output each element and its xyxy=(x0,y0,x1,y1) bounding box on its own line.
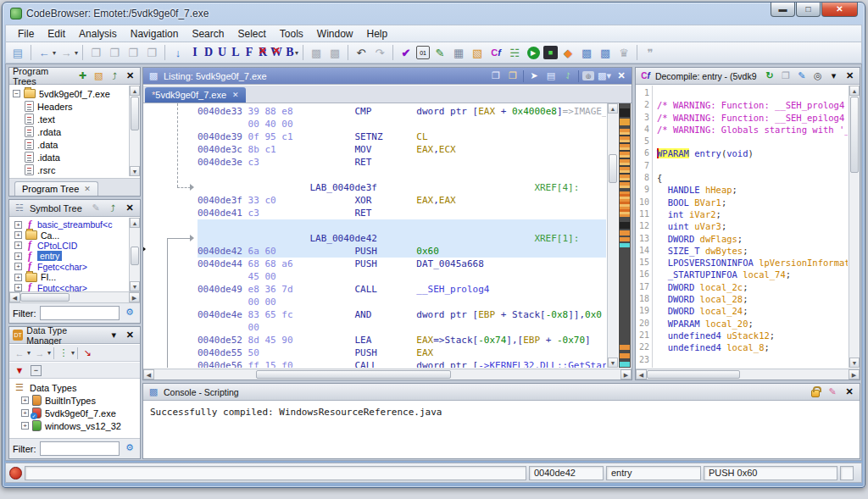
menu-help[interactable]: Help xyxy=(360,26,395,42)
listing-line[interactable]: 0040de41 c3 RET xyxy=(198,207,606,219)
copy-icon[interactable]: ❐ xyxy=(779,69,792,83)
decompile-line[interactable]: BOOL BVar1; xyxy=(657,197,848,208)
toolbar-letter-i-icon[interactable]: I xyxy=(188,46,202,59)
close-panel-icon[interactable]: ✕ xyxy=(615,69,628,83)
toolbar-letter-b-icon[interactable]: B xyxy=(283,46,297,59)
listing-line[interactable]: 0040de3f 33 c0 XOR EAX,EAX xyxy=(198,194,606,207)
diff-view-icon[interactable]: ⥌ xyxy=(561,69,575,83)
scroll-up-icon[interactable]: ▲ xyxy=(608,103,618,114)
tree-item[interactable]: .idata xyxy=(13,151,140,164)
toolbar-letter-l-icon[interactable]: L xyxy=(229,46,242,59)
expand-icon[interactable]: + xyxy=(14,241,22,249)
nav-forward-caret-icon[interactable]: ▾ xyxy=(75,49,78,57)
listing-line[interactable]: 0040de39 0f 95 c1 SETNZ CL xyxy=(198,130,606,143)
data-type-manager-header[interactable]: DT Data Type Manager ▾ ✕ xyxy=(9,327,140,344)
expand-icon[interactable]: + xyxy=(14,274,22,281)
listing-line[interactable]: 00 00 xyxy=(198,296,606,308)
splitter-handle[interactable] xyxy=(143,246,146,252)
close-panel-icon[interactable]: ✕ xyxy=(843,69,856,83)
nav-back-icon[interactable]: ← xyxy=(36,44,53,61)
scroll-up-icon[interactable]: ▲ xyxy=(130,86,140,96)
symbol-tree-hscrollbar[interactable]: ◀ ▶ xyxy=(9,291,140,302)
decompile-line[interactable]: SIZE_T dwBytes; xyxy=(657,245,848,257)
scroll-left-icon[interactable]: ◀ xyxy=(636,369,647,380)
listing-line[interactable]: 0040de49 e8 36 7d CALL __SEH_prolog4 xyxy=(198,283,606,296)
scroll-right-icon[interactable]: ▶ xyxy=(849,369,860,380)
decompile-line[interactable]: WPARAM local_20; xyxy=(657,318,848,330)
conflict-mode-icon[interactable]: ⋮ xyxy=(57,347,70,360)
clear-console-icon[interactable]: ✎ xyxy=(826,385,839,399)
export-panel-icon[interactable]: ⤴ xyxy=(108,69,121,83)
menu-window[interactable]: Window xyxy=(310,26,360,42)
cursor-location-icon[interactable]: ➤ xyxy=(527,69,541,83)
collapse-icon[interactable]: − xyxy=(13,90,20,97)
title-bar[interactable]: CodeBrowser: Emotet:/5vdk9ge0f_7.exe xyxy=(3,3,865,25)
tree-item[interactable]: .rsrc xyxy=(13,164,140,176)
close-button[interactable]: ✕ xyxy=(821,3,858,17)
copy-icon[interactable]: ❐ xyxy=(489,69,503,83)
symbol-tree-item[interactable]: +fbasic_streambuf<c xyxy=(14,219,140,230)
memory-map-icon[interactable]: ▦ xyxy=(450,44,467,61)
listing-line[interactable]: LAB_0040de42 XREF[1]: xyxy=(198,232,606,245)
scroll-down-icon[interactable]: ▼ xyxy=(130,281,140,291)
snapshot-camera-icon[interactable]: ◎ xyxy=(582,71,594,80)
expand-icon[interactable]: + xyxy=(14,231,22,239)
decompile-line[interactable] xyxy=(657,354,848,366)
decompile-line[interactable]: undefined4 local_8; xyxy=(657,341,848,353)
toolbar-letter-r-icon[interactable]: R✕ xyxy=(256,46,270,59)
decompile-line[interactable]: ___security_init_cookie(); xyxy=(657,366,848,368)
decompile-line[interactable]: int iVar2; xyxy=(657,208,848,220)
decompile-hscrollbar[interactable]: ◀ ▶ xyxy=(636,369,860,380)
decompile-scrollbar[interactable]: ▲ ▼ xyxy=(849,86,860,368)
symbol-filter-input[interactable] xyxy=(40,306,120,320)
menu-tools[interactable]: Tools xyxy=(273,26,310,42)
resize-grip[interactable] xyxy=(840,466,854,480)
filter-config-icon[interactable]: ⚙ xyxy=(123,442,136,456)
listing-line[interactable]: 0040de3e c3 RET xyxy=(198,156,606,169)
snapshot-camera-icon[interactable]: ◎ xyxy=(811,69,824,83)
menu-search[interactable]: Search xyxy=(185,26,231,42)
decompile-line[interactable]: /* WARNING: Globals starting with '_' ov… xyxy=(657,124,848,136)
dtm-root[interactable]: ☰Data Types xyxy=(13,381,140,394)
tree-item[interactable]: .data xyxy=(13,138,140,151)
listing-line[interactable]: 0040de44 68 68 a6 PUSH DAT_0045a668 xyxy=(198,258,606,270)
paste-icon[interactable]: ❐ xyxy=(143,44,160,61)
decompile-line[interactable]: LPOSVERSIONINFOA lpVersionInformation; xyxy=(657,257,848,269)
decompile-line[interactable]: uint uVar3; xyxy=(657,220,848,232)
nav-back-caret-icon[interactable]: ▾ xyxy=(53,49,56,57)
decompile-line[interactable] xyxy=(657,160,848,172)
scroll-down-icon[interactable]: ▼ xyxy=(608,358,618,368)
decompile-line[interactable]: /* WARNING: Function: __SEH_prolog4 repl… xyxy=(657,99,848,111)
listing-line[interactable]: 0040de33 39 88 e8 CMP dword ptr [EAX + 0… xyxy=(198,105,606,118)
listing-tab[interactable]: *5vdk9ge0f_7.exe ✕ xyxy=(145,87,246,103)
table-go-icon[interactable]: ▩ xyxy=(597,44,614,61)
expand-icon[interactable]: + xyxy=(21,422,29,430)
expand-icon[interactable]: + xyxy=(14,221,22,229)
symbol-tree-header[interactable]: ☵ Symbol Tree ✎ ⤴ ✕ xyxy=(9,200,140,217)
menu-select[interactable]: Select xyxy=(231,26,272,42)
save-icon[interactable]: ▤ xyxy=(9,44,26,61)
script-manager-icon[interactable]: ✎ xyxy=(431,44,448,61)
console-header[interactable]: ▩ Console - Scripting ✎ ✕ xyxy=(143,384,860,401)
listing-line[interactable]: LAB_0040de3f XREF[4]: xyxy=(198,181,606,194)
collapse-all-icon[interactable]: − xyxy=(31,365,42,376)
table-view-icon[interactable]: ▩ xyxy=(578,44,595,61)
decompile-line[interactable]: _STARTUPINFOA local_74; xyxy=(657,269,848,280)
decompile-line[interactable]: DWORD dwFlags; xyxy=(657,233,848,245)
toolbar-letter-w-icon[interactable]: W✕ xyxy=(270,46,283,59)
scroll-left-icon[interactable]: ◀ xyxy=(143,369,154,380)
maximize-button[interactable]: □ xyxy=(796,3,821,17)
toolbar-letter-d-icon[interactable]: D xyxy=(202,46,215,59)
function-graph-icon[interactable]: Cf xyxy=(487,44,504,61)
symbol-tree-item[interactable]: +FI... xyxy=(14,272,140,282)
export-stamp-icon[interactable]: ▩ xyxy=(326,44,343,61)
program-tree-tab[interactable]: Program Tree ✕ xyxy=(14,181,98,196)
scroll-up-icon[interactable]: ▲ xyxy=(130,218,140,228)
program-tree-scrollbar[interactable]: ▲ ▼ xyxy=(129,86,140,176)
listing-line[interactable]: 0040de56 ff 15 f0 CALL dword ptr [->KERN… xyxy=(198,359,606,368)
listing-header[interactable]: ▩ Listing: 5vdk9ge0f_7.exe ❐ ❐ ➤ ▤ ⥌ ◎ ▩… xyxy=(143,68,632,85)
expand-icon[interactable]: + xyxy=(21,409,29,417)
dtm-back-icon[interactable]: ← xyxy=(13,347,26,360)
symbol-tree-scrollbar[interactable]: ▲ ▼ xyxy=(129,218,140,291)
edit-icon[interactable]: ✎ xyxy=(795,69,808,83)
